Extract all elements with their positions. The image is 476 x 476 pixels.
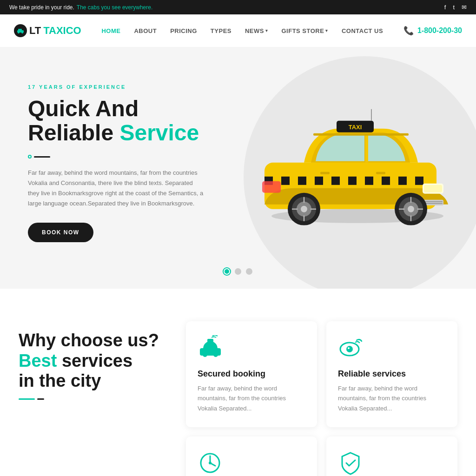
facebook-icon[interactable]: f — [444, 4, 446, 11]
svg-rect-16 — [331, 177, 340, 185]
why-services: services — [62, 351, 132, 370]
nav-gifts-store[interactable]: GIFTS STORE ▾ — [276, 24, 333, 38]
svg-rect-17 — [348, 177, 357, 185]
taxi-car: TAXI — [239, 95, 467, 227]
hero-experience-label: 17 YEARS OF EXPERIENCE — [28, 84, 205, 90]
divider-dot — [28, 155, 32, 159]
svg-rect-59 — [207, 339, 213, 342]
svg-rect-28 — [373, 177, 382, 185]
svg-rect-19 — [382, 177, 390, 185]
shield-icon — [338, 450, 364, 476]
hero-content: 17 YEARS OF EXPERIENCE Quick And Reliabl… — [28, 84, 205, 243]
svg-rect-25 — [323, 177, 331, 185]
hero-title-line2: Reliable — [28, 120, 113, 145]
hero-section: 17 YEARS OF EXPERIENCE Quick And Reliabl… — [0, 47, 476, 289]
why-section: Why choose us? Best services in the city — [0, 289, 476, 476]
hero-title: Quick And Reliable Service — [28, 97, 205, 146]
taxi-icon — [198, 335, 223, 361]
card-safe-secure: Safe & Secure Far far away, behind the w… — [326, 436, 457, 476]
svg-point-62 — [348, 347, 350, 349]
why-line1: Why choose us? — [19, 331, 159, 350]
slider-dots — [224, 268, 252, 275]
svg-rect-33 — [424, 185, 442, 192]
hero-description: Far far away, behind the word mountains,… — [28, 168, 205, 209]
social-icons: f t ✉ — [444, 4, 467, 11]
gifts-arrow: ▾ — [325, 28, 328, 33]
email-icon[interactable]: ✉ — [462, 4, 467, 11]
svg-text:TAXI: TAXI — [349, 124, 362, 131]
dot-2[interactable] — [235, 268, 241, 275]
logo-icon — [14, 24, 27, 37]
why-city: in the city — [19, 371, 101, 390]
svg-rect-29 — [390, 177, 398, 185]
top-bar-highlight: The cabs you see everywhere. — [77, 4, 152, 11]
why-divider-line2 — [37, 398, 44, 400]
svg-rect-14 — [298, 177, 306, 185]
header: LT TAXICO HOME ABOUT PRICING TYPES NEWS … — [0, 14, 476, 47]
svg-rect-15 — [315, 177, 323, 185]
card-reliable-services: Reliable services Far far away, behind t… — [326, 321, 457, 427]
card-1-title: Secured booking — [198, 369, 305, 379]
card-2-desc: Far far away, behind the word mountains,… — [338, 383, 446, 413]
dot-1[interactable] — [224, 268, 230, 275]
book-now-button[interactable]: BOOK NOW — [28, 223, 93, 242]
nav-home[interactable]: HOME — [96, 24, 126, 38]
phone-text: 1-800-200-30 — [417, 26, 462, 35]
svg-rect-7 — [313, 133, 409, 136]
svg-rect-21 — [415, 177, 423, 185]
svg-rect-34 — [262, 181, 281, 193]
news-arrow: ▾ — [265, 28, 268, 33]
why-best: Best — [19, 351, 57, 370]
card-secured-booking: Secured booking Far far away, behind the… — [186, 321, 317, 427]
top-bar: We take pride in your ride. The cabs you… — [0, 0, 476, 14]
nav-types[interactable]: TYPES — [205, 24, 237, 38]
svg-rect-6 — [365, 133, 368, 162]
card-1-desc: Far far away, behind the word mountains,… — [198, 383, 305, 413]
svg-point-43 — [408, 206, 414, 212]
why-divider — [19, 398, 167, 400]
logo[interactable]: LT TAXICO — [14, 24, 81, 37]
svg-rect-18 — [365, 177, 373, 185]
top-bar-message: We take pride in your ride. The cabs you… — [9, 4, 152, 11]
logo-name: TAXICO — [43, 25, 81, 37]
card-2-title: Reliable services — [338, 369, 446, 379]
svg-rect-30 — [407, 177, 415, 185]
svg-point-47 — [301, 206, 307, 212]
hero-divider — [28, 155, 205, 159]
svg-rect-23 — [290, 177, 298, 185]
why-title: Why choose us? Best services in the city — [19, 331, 167, 391]
why-divider-line1 — [19, 398, 35, 400]
svg-point-61 — [346, 346, 353, 352]
phone-icon: 📞 — [403, 26, 414, 36]
twitter-icon[interactable]: t — [453, 4, 455, 11]
svg-rect-24 — [306, 177, 315, 185]
cards-grid: Secured booking Far far away, behind the… — [186, 321, 457, 476]
nav-news[interactable]: NEWS ▾ — [239, 24, 274, 38]
nav-contact[interactable]: CONTACT US — [336, 24, 389, 38]
svg-rect-39 — [376, 172, 385, 174]
phone-number: 📞 1-800-200-30 — [403, 26, 462, 36]
logo-lt: LT — [29, 25, 41, 37]
divider-line — [34, 156, 50, 158]
top-bar-text-1: We take pride in your ride. — [9, 4, 74, 11]
eye-icon — [338, 335, 364, 361]
svg-rect-26 — [340, 177, 348, 185]
why-left-content: Why choose us? Best services in the city — [19, 321, 167, 400]
svg-rect-58 — [200, 348, 221, 356]
svg-rect-38 — [320, 172, 330, 174]
svg-rect-27 — [357, 177, 365, 185]
hero-title-line1: Quick And — [28, 96, 139, 121]
dot-3[interactable] — [246, 268, 252, 275]
nav-pricing[interactable]: PRICING — [165, 24, 203, 38]
main-nav: HOME ABOUT PRICING TYPES NEWS ▾ GIFTS ST… — [96, 24, 389, 38]
svg-rect-3 — [18, 29, 22, 31]
svg-rect-20 — [398, 177, 407, 185]
svg-rect-13 — [281, 177, 290, 185]
nav-about[interactable]: ABOUT — [128, 24, 162, 38]
card-available: 24/7 Available Far far away, behind the … — [186, 436, 317, 476]
clock-icon — [198, 450, 223, 476]
svg-point-66 — [209, 462, 212, 464]
hero-title-highlight: Service — [119, 120, 199, 145]
